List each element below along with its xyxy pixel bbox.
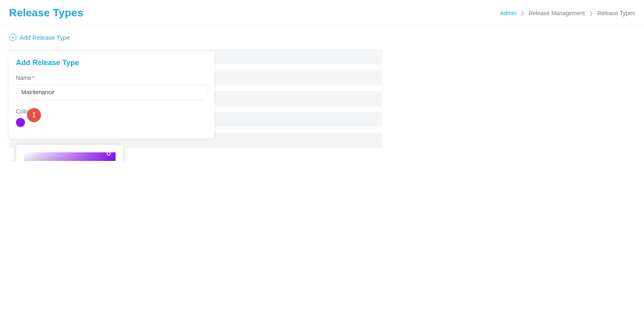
saturation-value-panel[interactable] bbox=[24, 152, 116, 161]
plus-circle-icon: + bbox=[9, 34, 16, 41]
form-title: Add Release Type bbox=[16, 59, 207, 67]
add-release-type-form: Add Release Type Name* Color bbox=[8, 51, 215, 139]
name-label: Name* bbox=[16, 75, 207, 81]
required-indicator: * bbox=[32, 75, 34, 81]
name-input[interactable] bbox=[16, 84, 207, 100]
chevron-right-icon: ❯ bbox=[589, 10, 593, 16]
color-picker: Hex R G B A bbox=[16, 145, 123, 161]
add-release-type-button[interactable]: + Add Release Type bbox=[9, 34, 70, 41]
sv-cursor bbox=[107, 152, 111, 156]
chevron-right-icon: ❯ bbox=[521, 10, 525, 16]
add-release-type-label: Add Release Type bbox=[20, 34, 70, 41]
breadcrumb-release-management[interactable]: Release Management bbox=[529, 10, 585, 16]
breadcrumb-release-types: Release Types bbox=[597, 10, 635, 16]
page-header: Release Types Admin ❯ Release Management… bbox=[0, 0, 644, 26]
step-annotation-1: 1 bbox=[27, 108, 41, 122]
breadcrumb-admin[interactable]: Admin bbox=[500, 10, 517, 16]
breadcrumb: Admin ❯ Release Management ❯ Release Typ… bbox=[500, 10, 635, 16]
page-title: Release Types bbox=[9, 7, 83, 19]
color-label: Color bbox=[16, 108, 207, 115]
color-swatch[interactable] bbox=[16, 118, 25, 127]
content-area: + Add Release Type Add Release Type Name… bbox=[0, 26, 644, 161]
